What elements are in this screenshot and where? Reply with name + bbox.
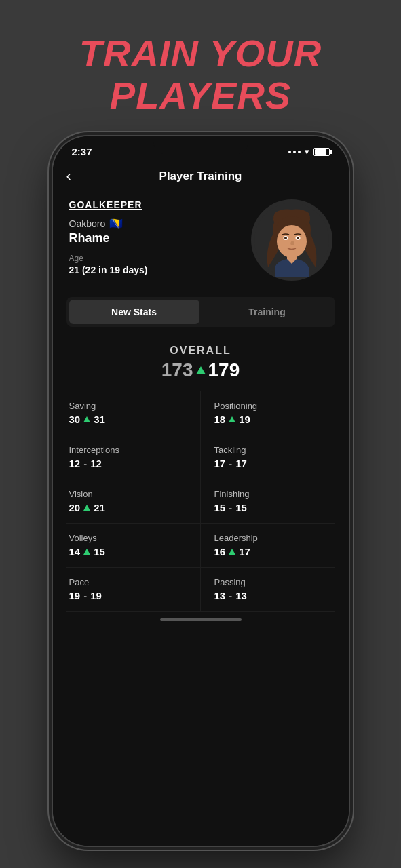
stat-values: 19 - 19 [69, 590, 187, 601]
stat-old: 17 [214, 458, 226, 469]
home-bar [160, 618, 242, 621]
stat-cell: Finishing 15 - 15 [201, 479, 335, 524]
status-time: 2:37 [72, 146, 92, 157]
stat-dash: - [229, 458, 232, 469]
stat-cell: Tackling 17 - 17 [201, 435, 335, 479]
stat-name: Positioning [214, 401, 330, 411]
overall-section: OVERALL 173 179 [53, 338, 349, 391]
stat-name: Saving [69, 401, 187, 411]
stat-name: Passing [214, 577, 330, 587]
headline-text: TRAIN YOUR PLAYERS [79, 33, 322, 116]
nav-bar: ‹ Player Training [53, 161, 349, 191]
up-arrow-small-icon [83, 505, 90, 511]
avatar [251, 199, 332, 281]
home-indicator [53, 612, 349, 625]
back-button[interactable]: ‹ [66, 167, 71, 185]
stat-name: Interceptions [69, 445, 187, 455]
stat-dash: - [229, 502, 232, 513]
stat-name: Tackling [214, 445, 330, 455]
svg-point-6 [284, 237, 287, 239]
stats-grid: Saving 30 31 Positioning 18 19 Intercept… [53, 391, 349, 612]
stat-cell: Pace 19 - 19 [66, 568, 201, 612]
player-details: GOALKEEPER Oakboro 🇧🇦 Rhame Age 21 (22 i… [69, 199, 251, 275]
stat-new: 15 [235, 502, 247, 513]
overall-new: 179 [208, 359, 240, 381]
stat-old: 30 [69, 414, 81, 425]
stat-old: 16 [214, 546, 226, 557]
stat-dash: - [83, 458, 87, 469]
stat-cell: Interceptions 12 - 12 [66, 435, 201, 479]
stat-values: 30 31 [69, 414, 187, 425]
position-label: GOALKEEPER [69, 199, 251, 210]
stat-new: 31 [94, 414, 105, 425]
svg-point-7 [297, 237, 299, 239]
battery-icon [313, 148, 330, 156]
stat-values: 14 15 [69, 546, 187, 557]
stat-name: Finishing [214, 489, 330, 499]
notch [153, 136, 248, 154]
overall-old: 173 [161, 359, 193, 381]
stat-values: 12 - 12 [69, 458, 187, 469]
stat-old: 12 [69, 458, 81, 469]
screen: ‹ Player Training GOALKEEPER Oakboro 🇧🇦 … [53, 161, 349, 846]
headline: TRAIN YOUR PLAYERS [79, 33, 322, 116]
age-value: 21 (22 in 19 days) [69, 264, 251, 275]
stat-name: Volleys [69, 533, 187, 543]
stat-new: 13 [235, 590, 247, 601]
stat-old: 14 [69, 546, 81, 557]
stat-values: 16 17 [214, 546, 330, 557]
stat-values: 13 - 13 [214, 590, 330, 601]
stat-cell: Volleys 14 15 [66, 524, 201, 568]
nav-title: Player Training [159, 170, 242, 183]
wifi-icon: ▾ [305, 146, 309, 157]
stat-values: 18 19 [214, 414, 330, 425]
phone-shell: 2:37 ▾ ‹ Player Training [52, 135, 350, 847]
phone-inner: 2:37 ▾ ‹ Player Training [53, 136, 349, 846]
up-arrow-small-icon [83, 416, 90, 422]
stat-dash: - [229, 590, 232, 601]
new-stats-tab[interactable]: New Stats [69, 300, 199, 324]
club-name: Oakboro [69, 218, 106, 229]
stat-new: 12 [90, 458, 102, 469]
signal-icon [288, 151, 301, 153]
stat-name: Pace [69, 577, 187, 587]
stat-new: 17 [235, 458, 247, 469]
stat-cell: Positioning 18 19 [201, 391, 335, 435]
overall-label: OVERALL [53, 344, 349, 357]
stat-dash: - [83, 590, 87, 601]
stat-new: 19 [239, 414, 250, 425]
stat-new: 15 [94, 546, 105, 557]
up-arrow-small-icon [229, 549, 235, 555]
stat-name: Leadership [214, 533, 330, 543]
stat-new: 17 [239, 546, 250, 557]
overall-value: 173 179 [53, 359, 349, 381]
player-name: Rhame [69, 231, 251, 245]
up-arrow-icon [196, 366, 206, 374]
up-arrow-small-icon [83, 549, 90, 555]
stat-old: 15 [214, 502, 226, 513]
stat-values: 17 - 17 [214, 458, 330, 469]
player-info: GOALKEEPER Oakboro 🇧🇦 Rhame Age 21 (22 i… [53, 191, 349, 292]
stat-old: 18 [214, 414, 226, 425]
status-icons: ▾ [288, 146, 330, 157]
stat-old: 20 [69, 502, 81, 513]
stat-values: 20 21 [69, 502, 187, 513]
stat-cell: Vision 20 21 [66, 479, 201, 524]
stat-new: 19 [90, 590, 102, 601]
up-arrow-small-icon [229, 416, 235, 422]
training-tab[interactable]: Training [202, 300, 332, 324]
flag-icon: 🇧🇦 [109, 217, 123, 230]
stat-cell: Passing 13 - 13 [201, 568, 335, 612]
stat-old: 13 [214, 590, 226, 601]
age-label: Age [69, 254, 251, 263]
stat-old: 19 [69, 590, 81, 601]
battery-fill [315, 149, 326, 155]
avatar-svg [254, 203, 329, 277]
stat-cell: Leadership 16 17 [201, 524, 335, 568]
tab-bar: New Stats Training [66, 297, 335, 327]
stat-values: 15 - 15 [214, 502, 330, 513]
stat-cell: Saving 30 31 [66, 391, 201, 435]
stat-name: Vision [69, 489, 187, 499]
club-row: Oakboro 🇧🇦 [69, 217, 251, 230]
stat-new: 21 [94, 502, 105, 513]
